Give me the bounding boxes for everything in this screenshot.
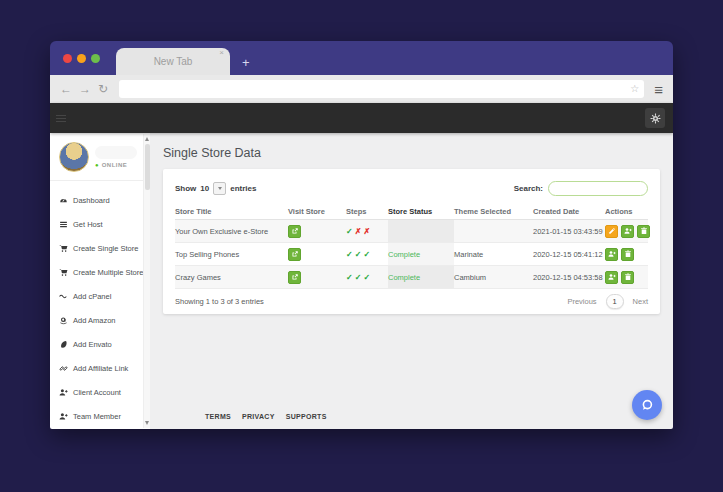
user-plus-icon — [608, 250, 616, 258]
sidebar-item-dashboard[interactable]: Dashboard — [50, 188, 150, 212]
assign-user-button[interactable] — [605, 248, 618, 261]
steps-cell: ✓ ✓ ✓ — [346, 243, 388, 265]
visit-store-button[interactable] — [288, 271, 301, 284]
sidebar-item-add-envato[interactable]: Add Envato — [50, 332, 150, 356]
supports-link[interactable]: SUPPORTS — [286, 413, 327, 420]
user-plus-icon — [608, 273, 616, 281]
trash-icon — [640, 227, 648, 235]
show-label: Show — [175, 184, 196, 193]
store-title-cell: Your Own Exclusive e-Store — [175, 220, 288, 242]
column-header-steps[interactable]: Steps — [346, 203, 388, 219]
sidebar-item-get-host[interactable]: Get Host — [50, 212, 150, 236]
entries-label: entries — [230, 184, 256, 193]
steps-cell: ✓ ✓ ✓ — [346, 266, 388, 288]
theme-cell: Marinate — [454, 243, 533, 265]
chat-widget-button[interactable] — [632, 390, 662, 420]
sidebar-item-create-single-store[interactable]: Create Single Store + — [50, 236, 150, 260]
url-input[interactable] — [119, 82, 644, 100]
cpanel-icon — [59, 292, 68, 301]
next-page-button[interactable]: Next — [633, 297, 648, 306]
column-header-theme-selected[interactable]: Theme Selected — [454, 203, 533, 219]
app-top-navbar — [50, 103, 673, 133]
sidebar-item-client-account[interactable]: Client Account — [50, 380, 150, 404]
search-input[interactable] — [548, 181, 648, 196]
actions-cell — [605, 243, 648, 265]
browser-menu-icon[interactable]: ≡ — [654, 82, 663, 97]
sidebar-item-label: Team Member — [73, 412, 121, 421]
chat-bubble-icon — [639, 397, 655, 413]
external-link-icon — [291, 273, 299, 281]
column-header-store-status[interactable]: Store Status — [388, 203, 454, 219]
table-row: Top Selling Phones ✓ ✓ ✓ — [175, 243, 648, 266]
list-icon — [59, 220, 68, 229]
external-link-icon — [291, 227, 299, 235]
delete-button[interactable] — [637, 225, 650, 238]
store-status-cell: Complete — [388, 266, 454, 288]
actions-cell — [605, 266, 648, 288]
user-plus-icon — [59, 412, 68, 421]
privacy-link[interactable]: PRIVACY — [242, 413, 275, 420]
table-search: Search: — [514, 181, 648, 196]
column-header-visit-store[interactable]: Visit Store — [288, 203, 346, 219]
visit-store-button[interactable] — [288, 225, 301, 238]
link-icon — [59, 364, 68, 373]
leaf-icon — [59, 340, 68, 349]
address-bar[interactable]: ☆ — [119, 80, 644, 98]
reload-icon[interactable]: ↻ — [98, 83, 108, 95]
terms-link[interactable]: TERMS — [205, 413, 231, 420]
pencil-icon — [608, 227, 616, 235]
scroll-up-icon[interactable] — [145, 137, 149, 141]
page-number-button[interactable]: 1 — [606, 294, 624, 309]
username-redacted — [95, 146, 137, 159]
assign-user-button[interactable] — [621, 225, 634, 238]
settings-button[interactable] — [645, 108, 665, 128]
forward-icon[interactable]: → — [79, 83, 91, 95]
store-status-cell — [388, 220, 454, 242]
browser-tab[interactable]: New Tab × — [116, 48, 230, 75]
previous-page-button[interactable]: Previous — [567, 297, 596, 306]
external-link-icon — [291, 250, 299, 258]
sidebar-item-label: Client Account — [73, 388, 121, 397]
sidebar-item-create-multiple-store[interactable]: Create Multiple Store + — [50, 260, 150, 284]
theme-cell: Cambium — [454, 266, 533, 288]
browser-toolbar: ← → ↻ ☆ ≡ — [50, 75, 673, 103]
table-header-row: Store Title Visit Store Steps Store Stat… — [175, 203, 648, 220]
footer-links: TERMS PRIVACY SUPPORTS — [205, 413, 327, 420]
new-tab-button[interactable]: + — [242, 56, 250, 69]
profile-block: ● ONLINE — [50, 133, 150, 181]
dashboard-icon — [59, 196, 68, 205]
back-icon[interactable]: ← — [60, 83, 72, 95]
page-title: Single Store Data — [163, 146, 660, 160]
close-window-button[interactable] — [63, 54, 72, 63]
sidebar-item-team-member[interactable]: Team Member — [50, 404, 150, 428]
bookmark-star-icon[interactable]: ☆ — [630, 83, 639, 94]
sidebar-item-label: Dashboard — [73, 196, 110, 205]
column-header-actions[interactable]: Actions — [605, 203, 648, 219]
column-header-created-date[interactable]: Created Date — [533, 203, 605, 219]
sidebar-item-add-affiliate-link[interactable]: Add Affiliate Link — [50, 356, 150, 380]
maximize-window-button[interactable] — [91, 54, 100, 63]
tab-close-icon[interactable]: × — [219, 49, 224, 57]
avatar[interactable] — [59, 142, 89, 172]
sidebar-item-add-cpanel[interactable]: Add cPanel — [50, 284, 150, 308]
column-header-store-title[interactable]: Store Title — [175, 203, 288, 219]
delete-button[interactable] — [621, 271, 634, 284]
delete-button[interactable] — [621, 248, 634, 261]
assign-user-button[interactable] — [605, 271, 618, 284]
chevron-down-icon — [218, 187, 222, 190]
sidebar-item-add-amazon[interactable]: Add Amazon — [50, 308, 150, 332]
edit-button[interactable] — [605, 225, 618, 238]
steps-cell: ✓ ✗ ✗ — [346, 220, 388, 242]
sidebar-item-label: Create Multiple Store — [73, 268, 143, 277]
entries-dropdown[interactable] — [213, 182, 226, 195]
minimize-window-button[interactable] — [77, 54, 86, 63]
scroll-down-icon[interactable] — [145, 421, 149, 425]
search-label: Search: — [514, 184, 543, 193]
sidebar-toggle-icon[interactable] — [56, 115, 66, 122]
trash-icon — [624, 250, 632, 258]
visit-store-button[interactable] — [288, 248, 301, 261]
data-table-card: Show 10 entries Search: Store Title — [163, 169, 660, 314]
sidebar-scrollbar[interactable] — [143, 134, 150, 428]
app-body: ● ONLINE Dashboard — [50, 133, 673, 429]
browser-window: New Tab × + ← → ↻ ☆ ≡ — [50, 41, 673, 429]
